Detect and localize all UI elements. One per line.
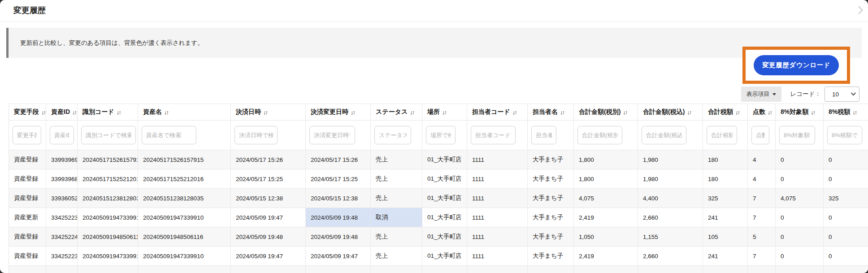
change-history-table: 変更手段↓↑資産ID↓↑識別コード↓↑資産名↓↑決済日時↓↑決済変更日時↓↑ステ… [9, 104, 868, 273]
filter-input-13[interactable] [751, 126, 769, 144]
column-header-8[interactable]: 担当者コード↓↑ [467, 104, 528, 120]
cell: 大手まち子 [528, 247, 574, 265]
cell: 2,419 [574, 247, 638, 265]
filter-cell-12 [703, 121, 748, 150]
filter-input-14[interactable] [779, 126, 815, 144]
cell: 33993968 [46, 169, 78, 188]
filter-input-10[interactable] [577, 126, 622, 144]
download-change-history-button[interactable]: 変更履歴ダウンロード [754, 55, 839, 75]
sort-icon[interactable]: ↓↑ [410, 109, 414, 116]
column-header-label: 合計税額 [708, 108, 733, 116]
cell: 4,400 [638, 189, 703, 208]
column-header-10[interactable]: 合計金額(税別)↓↑ [574, 104, 638, 120]
filter-input-9[interactable] [531, 126, 556, 144]
filter-input-6[interactable] [374, 126, 411, 144]
sort-icon[interactable]: ↓↑ [852, 109, 856, 116]
column-header-4[interactable]: 決済日時↓↑ [231, 104, 306, 120]
sort-icon[interactable]: ↓↑ [623, 109, 627, 116]
sort-icon[interactable]: ↓↑ [117, 109, 121, 116]
cell [46, 266, 78, 273]
filter-input-4[interactable] [234, 126, 278, 144]
filter-cell-5 [306, 121, 371, 150]
sort-icon[interactable]: ↓↑ [811, 109, 815, 116]
filter-input-7[interactable] [426, 126, 456, 144]
cell: 1111 [467, 189, 528, 208]
cell [824, 266, 868, 273]
filter-cell-7 [422, 121, 467, 150]
cell: 202405151238128035 [78, 189, 138, 208]
cell: 1,050 [574, 227, 638, 246]
cell: 4 [748, 169, 776, 188]
sort-icon[interactable]: ↓↑ [263, 109, 267, 116]
filter-input-8[interactable] [471, 126, 516, 144]
column-header-label: ステータス [376, 108, 408, 116]
cell: 7 [748, 208, 776, 227]
cell: 資産登録 [9, 247, 46, 265]
cell: 202405091947339910 [78, 208, 138, 227]
column-header-12[interactable]: 合計税額↓↑ [703, 104, 748, 120]
cell: 202405091947339910 [138, 247, 231, 265]
cell: 資産登録 [9, 150, 46, 169]
column-header-9[interactable]: 担当者名↓↑ [528, 104, 574, 120]
filter-cell-9 [528, 121, 574, 150]
sort-icon[interactable]: ↓↑ [768, 109, 772, 116]
cell [703, 266, 748, 273]
sort-icon[interactable]: ↓↑ [560, 109, 564, 116]
cell: 売上 [371, 150, 422, 169]
cell: 33425223 [46, 208, 78, 227]
cell: 2024/05/09 19:48 [306, 227, 371, 246]
cell: 大手まち子 [528, 227, 574, 246]
sort-icon[interactable]: ↓↑ [164, 109, 168, 116]
cell: 2024/05/17 15:25 [306, 169, 371, 188]
column-header-13[interactable]: 点数↓↑ [748, 104, 776, 120]
sort-icon[interactable]: ↓↑ [351, 109, 355, 116]
sort-icon[interactable]: ↓↑ [442, 109, 446, 116]
filter-input-15[interactable] [827, 126, 862, 144]
sort-icon[interactable]: ↓↑ [41, 109, 45, 116]
sort-icon[interactable]: ↓↑ [72, 109, 76, 116]
sort-icon[interactable]: ↓↑ [687, 109, 691, 116]
notice-banner: 更新前と比較し、変更のある項目は、背景色が濃く表示されます。 [6, 28, 862, 58]
column-header-5[interactable]: 決済変更日時↓↑ [306, 104, 371, 120]
column-header-14[interactable]: 8%対象額↓↑ [776, 104, 824, 120]
sort-icon[interactable]: ↓↑ [512, 109, 516, 116]
column-header-7[interactable]: 場所↓↑ [422, 104, 467, 120]
chevron-down-icon [851, 91, 856, 95]
column-header-label: 場所 [427, 108, 440, 116]
filter-input-1[interactable] [50, 126, 74, 144]
sort-icon[interactable]: ↓↑ [735, 109, 739, 116]
chevron-right-icon[interactable] [855, 6, 863, 14]
column-header-label: 合計金額(税別) [579, 108, 621, 116]
column-header-11[interactable]: 合計金額(税込)↓↑ [638, 104, 703, 120]
cell: 202405091947339910 [138, 208, 231, 227]
cell [306, 266, 371, 273]
column-header-6[interactable]: ステータス↓↑ [371, 104, 422, 120]
cell [528, 266, 574, 273]
column-header-15[interactable]: 8%税額↓↑ [824, 104, 868, 120]
filter-cell-15 [824, 121, 868, 150]
filter-cell-1 [46, 121, 78, 150]
column-header-1[interactable]: 資産ID↓↑ [46, 104, 78, 120]
filter-input-3[interactable] [142, 126, 196, 144]
column-header-3[interactable]: 資産名↓↑ [138, 104, 231, 120]
filter-input-12[interactable] [707, 126, 737, 144]
cell: 7 [748, 189, 776, 208]
filter-input-5[interactable] [309, 126, 355, 144]
column-header-2[interactable]: 識別コード↓↑ [78, 104, 138, 120]
cell: 0 [776, 169, 824, 188]
title-bar: 変更履歴 [0, 0, 868, 22]
cell: 2024/05/09 19:47 [231, 208, 306, 227]
cell: 241 [703, 208, 748, 227]
filter-cell-14 [776, 121, 824, 150]
cell: 2,419 [574, 208, 638, 227]
cell: 4,075 [574, 189, 638, 208]
column-header-label: 決済日時 [236, 108, 261, 116]
filter-input-0[interactable] [13, 126, 41, 144]
display-items-button[interactable]: 表示項目 [741, 87, 781, 102]
filter-input-11[interactable] [642, 126, 686, 144]
filter-input-2[interactable] [81, 126, 136, 144]
cell: 325 [824, 189, 868, 208]
records-per-page-select[interactable]: 10 [825, 87, 859, 102]
cell: 2024/05/09 19:48 [306, 208, 371, 227]
column-header-0[interactable]: 変更手段↓↑ [9, 104, 46, 120]
